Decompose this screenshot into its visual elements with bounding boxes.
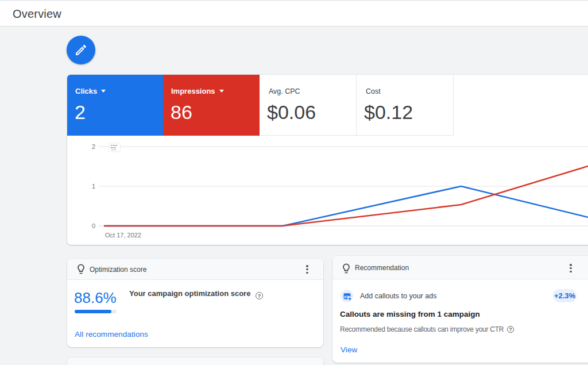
svg-text:2: 2	[92, 143, 95, 150]
svg-text:0: 0	[92, 222, 95, 229]
svg-text:1: 1	[92, 183, 95, 190]
svg-text:Oct 17, 2022: Oct 17, 2022	[105, 232, 141, 239]
